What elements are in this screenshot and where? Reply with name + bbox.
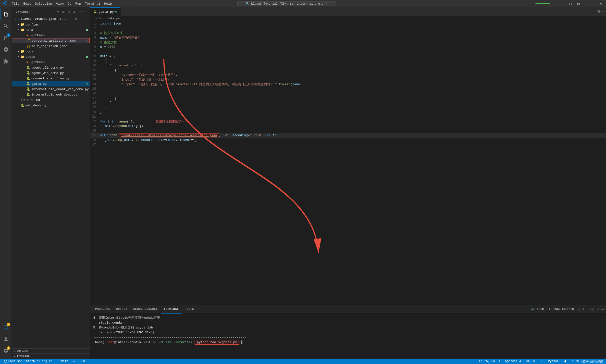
status-branch-label: main	[61, 360, 68, 363]
new-folder-icon[interactable]: ⊞	[61, 9, 66, 14]
nav-forward-button[interactable]: →	[128, 1, 135, 6]
window-restore-button[interactable]: □	[591, 1, 596, 6]
menu-selection[interactable]: Selection	[35, 2, 52, 6]
tree-item-gitkeep-tools[interactable]: ◆ .gitkeep	[12, 60, 90, 65]
split-editor-icon[interactable]: ⊞	[560, 1, 566, 6]
more-root-icon[interactable]: ···	[83, 17, 90, 21]
activity-account-icon[interactable]	[0, 333, 12, 345]
timeline-section: ▶ TIMELINE	[12, 353, 90, 359]
code-editor[interactable]: 1 import json 2 3 # 输入你的名字 4	[90, 21, 606, 305]
status-notifications[interactable]	[563, 360, 568, 363]
tools-modified-dot	[86, 56, 88, 58]
panel-tab-debug-console[interactable]: DEBUG CONSOLE	[130, 305, 161, 313]
menu-file[interactable]: File	[12, 2, 19, 6]
activity-bottom-icons: 1 1	[0, 321, 12, 359]
root-arrow-icon: ▾	[14, 18, 18, 21]
status-remote[interactable]: SSH: ssh.intern-ai.org.cn	[2, 360, 54, 363]
tree-item-readme[interactable]: ℹ README.md	[12, 97, 90, 103]
tree-item-gdata[interactable]: 🐍 gdata.py M	[12, 81, 90, 87]
status-branch[interactable]: ⑂ main	[57, 360, 69, 363]
tree-item-data[interactable]: ▾ 📂 data	[12, 27, 90, 33]
activity-remote-icon[interactable]: 1	[0, 321, 12, 333]
panel-tab-problems[interactable]: PROBLEMS	[92, 305, 113, 313]
activity-search-icon[interactable]	[0, 20, 12, 32]
tree-item-convert[interactable]: 🐍 convert_agentflan.py	[12, 76, 90, 81]
breadcrumb-tools[interactable]: tools	[93, 17, 102, 20]
window-close-button[interactable]: ✕	[598, 1, 604, 6]
status-csdn[interactable]: CSDN @爱旅行的程序媛	[571, 359, 604, 364]
layout-icon[interactable]: ⊟	[552, 1, 558, 6]
activity-source-control-icon[interactable]: 2	[0, 32, 12, 44]
tab-gdata-py[interactable]: 🐍 gdata.py M	[90, 7, 120, 16]
tree-item-self-cognition[interactable]: {} self_cognition.json	[12, 43, 90, 49]
tree-item-tools[interactable]: ▾ 📂 tools	[12, 54, 90, 60]
panel-tab-ports[interactable]: PORTS	[182, 305, 197, 313]
configs-arrow-icon: ▶	[17, 23, 21, 26]
menu-edit[interactable]: Edit	[23, 2, 31, 6]
more-panel-icon[interactable]: ···	[601, 307, 604, 311]
sidebar-header: EXPLORER + ⊞ ↺ ⊟ ···	[12, 7, 90, 16]
menu-run[interactable]: Run	[75, 2, 81, 6]
new-file-icon[interactable]: +	[56, 9, 60, 14]
code-area: 1 import json 2 3 # 输入你的名字 4	[90, 21, 606, 305]
split-editor-right-icon[interactable]: ⊟	[597, 9, 600, 14]
split-terminal-icon[interactable]: ⊟	[578, 307, 580, 311]
new-folder-root-icon[interactable]: ⊞	[75, 17, 78, 21]
menu-view[interactable]: View	[56, 2, 64, 6]
gitkeep-tools-label: .gitkeep	[29, 61, 90, 64]
close-panel-icon[interactable]: ✕	[596, 307, 599, 311]
outline-header[interactable]: ▶ OUTLINE	[12, 349, 90, 353]
maximize-panel-icon[interactable]: ⊡	[591, 307, 594, 311]
panel-tab-terminal[interactable]: TERMINAL	[161, 305, 182, 313]
panel-tab-output[interactable]: OUTPUT	[113, 305, 130, 313]
tree-item-docs[interactable]: ▶ 📁 docs	[12, 49, 90, 54]
nav-back-button[interactable]: ←	[119, 1, 126, 6]
status-language[interactable]: Python	[547, 360, 560, 363]
menu-go[interactable]: Go	[68, 2, 72, 6]
tree-item-internstudio-web[interactable]: 🐍 internstudio_web_demo.py	[12, 92, 90, 97]
refresh-icon[interactable]: ↺	[67, 9, 71, 14]
menu-bar: File Edit Selection View Go Run Terminal…	[12, 2, 112, 6]
terminal-dropdown-icon[interactable]: ⌄	[586, 307, 589, 311]
search-bar[interactable]: 🔍 Llama3-Tutorial [SSH: ssh.intern-ai.or…	[237, 1, 335, 6]
activity-run-debug-icon[interactable]	[0, 44, 12, 55]
status-errors[interactable]: ⊗ 0 ⚠ 0	[72, 360, 86, 363]
tree-item-personal-assistant[interactable]: {} personal_assistant.json U	[12, 38, 90, 43]
data-modified-dot	[86, 29, 88, 31]
window-minimize-button[interactable]: ─	[583, 1, 589, 6]
timeline-header[interactable]: ▶ TIMELINE	[12, 354, 90, 359]
breadcrumb-filename[interactable]: gdata.py	[105, 17, 120, 20]
tree-item-configs[interactable]: ▶ 📁 configs	[12, 22, 90, 27]
status-line-col[interactable]: Ln 25, Col 1	[478, 360, 501, 363]
panel-layout-icon[interactable]: ⊟	[568, 1, 574, 6]
tree-item-gitkeep-data[interactable]: ◆ .gitkeep	[12, 33, 90, 38]
custom-layout-icon[interactable]: ⊠	[576, 1, 581, 6]
add-terminal-icon[interactable]: +	[582, 307, 584, 311]
activity-extensions-icon[interactable]	[0, 55, 12, 67]
tree-root[interactable]: ▾ ⊞ LLAMA3-TUTORIAL [SSH: S... + ⊞ ↺ ···	[12, 16, 90, 22]
tree-item-agent-web[interactable]: 🐍 agent_web_demo.py	[12, 70, 90, 76]
menu-terminal[interactable]: Terminal	[85, 2, 100, 6]
tab-gdata-badge: M	[115, 10, 117, 13]
activity-settings-icon[interactable]: 1	[0, 345, 12, 357]
gdata-label: gdata.py	[31, 82, 86, 86]
remote-icon: ⊞	[18, 18, 19, 21]
status-remote-label: SSH: ssh.intern-ai.org.cn	[8, 360, 53, 363]
code-line-6: 6 n = 2000	[90, 45, 606, 49]
status-spaces[interactable]: Spaces: 4	[504, 360, 522, 363]
tree-item-internstudio-quant[interactable]: 🐍 internstudio_quant_web_demo.py	[12, 87, 90, 92]
status-encoding[interactable]: UTF-8	[525, 360, 536, 363]
more-editor-actions-icon[interactable]: ···	[601, 9, 604, 14]
more-actions-icon[interactable]: ···	[77, 9, 86, 14]
new-file-root-icon[interactable]: +	[71, 17, 74, 21]
agent-cli-icon: 🐍	[26, 66, 30, 70]
menu-help[interactable]: Help	[104, 2, 112, 6]
activity-files-icon[interactable]	[0, 8, 12, 20]
refresh-root-icon[interactable]: ↺	[79, 17, 82, 21]
tree-item-web-demo[interactable]: 🐍 web_demo.py	[12, 103, 90, 108]
status-eol[interactable]: LF	[539, 360, 544, 363]
terminal-content[interactable]: 4. 使用InternStudio开箱即用的conda环境: studio-co…	[90, 313, 606, 359]
tab-gdata-py-icon: 🐍	[94, 10, 97, 13]
collapse-all-icon[interactable]: ⊟	[72, 9, 76, 14]
tree-item-agent-cli[interactable]: 🐍 agent_cli_demo.py	[12, 65, 90, 70]
